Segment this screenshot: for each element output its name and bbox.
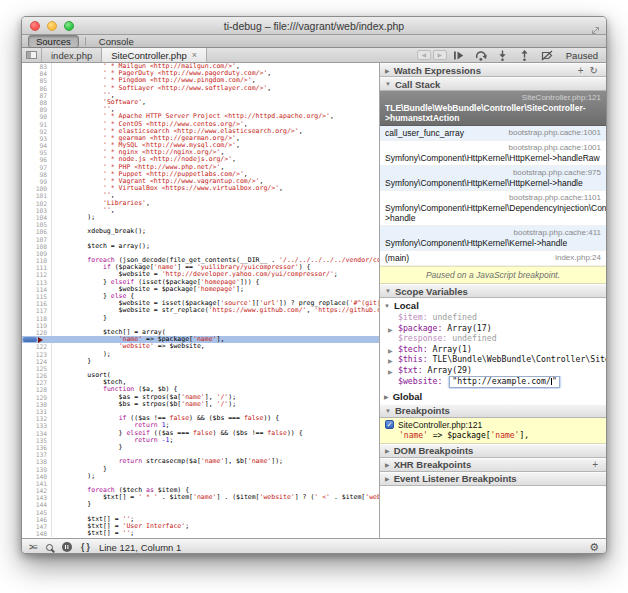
line-number[interactable]: 135 <box>22 437 52 444</box>
navigator-toggle-icon[interactable] <box>22 48 42 62</box>
line-number[interactable]: 125 <box>22 365 52 372</box>
section-event-listener-breakpoints[interactable]: ▶ Event Listener Breakpoints <box>380 472 606 486</box>
variable-row[interactable]: $item: undefined <box>380 313 606 324</box>
line-number[interactable]: 147 <box>22 523 52 530</box>
stack-frame[interactable]: SiteController.php:121TLE\Bundle\WebBund… <box>380 91 606 126</box>
step-out-button[interactable] <box>514 48 536 62</box>
line-number[interactable]: 146 <box>22 516 52 523</box>
expand-icon[interactable]: ▶ <box>388 356 393 366</box>
line-number[interactable]: 116 <box>22 300 52 307</box>
line-number[interactable]: 118 <box>22 315 52 322</box>
stack-frame[interactable]: bootstrap.php.cache:1101Symfony\Componen… <box>380 191 606 226</box>
stack-frame[interactable]: index.php:24(main) <box>380 251 606 266</box>
variable-row[interactable]: ▶$this: TLE\Bundle\WebBundle\Controller\… <box>380 355 606 366</box>
line-number[interactable]: 100 <box>22 185 52 192</box>
line-number[interactable]: 128 <box>22 386 52 393</box>
line-number[interactable]: 112 <box>22 271 52 278</box>
line-number[interactable]: 142 <box>22 487 52 494</box>
line-number[interactable]: 96 <box>22 156 52 163</box>
expand-icon[interactable]: ▶ <box>388 346 393 356</box>
line-number[interactable]: 144 <box>22 501 52 508</box>
file-tab-index-php[interactable]: index.php <box>42 48 102 62</box>
line-number[interactable]: 94 <box>22 142 52 149</box>
line-number[interactable]: 134 <box>22 430 52 437</box>
minimize-window-icon[interactable] <box>47 21 57 31</box>
line-number[interactable]: 113 <box>22 279 52 286</box>
line-number[interactable]: 130 <box>22 401 52 408</box>
line-number[interactable]: 129 <box>22 394 52 401</box>
line-number[interactable]: 136 <box>22 444 52 451</box>
zoom-window-icon[interactable] <box>64 21 74 31</box>
line-number[interactable]: 133 <box>22 422 52 429</box>
line-number[interactable]: 124 <box>22 358 52 365</box>
line-number[interactable]: 93 <box>22 135 52 142</box>
line-number[interactable]: 88 <box>22 99 52 106</box>
line-number[interactable]: 91 <box>22 121 52 128</box>
scope-local-header[interactable]: ▼ Local <box>380 298 606 313</box>
stack-frame[interactable]: bootstrap.php.cache:1001Symfony\Componen… <box>380 141 606 166</box>
close-window-icon[interactable] <box>30 21 40 31</box>
line-number[interactable]: 141 <box>22 480 52 487</box>
pause-on-exceptions-icon[interactable] <box>62 542 72 552</box>
line-number[interactable]: 106 <box>22 228 52 235</box>
resume-button[interactable] <box>448 48 470 62</box>
gear-icon[interactable]: ⚙ <box>589 542 599 553</box>
line-number[interactable]: 140 <box>22 473 52 480</box>
section-breakpoints[interactable]: ▼ Breakpoints <box>380 404 606 418</box>
forward-icon[interactable]: ▶ <box>433 50 447 60</box>
expand-icon[interactable]: ▶ <box>388 367 393 377</box>
code-editor[interactable]: 83 ' * Mailgun <http://mailgun.com/>',84… <box>22 63 380 538</box>
console-drawer-icon[interactable]: >≡ <box>29 542 37 552</box>
search-icon[interactable] <box>46 544 53 551</box>
line-number[interactable]: 119 <box>22 322 52 329</box>
line-number[interactable]: 120 <box>22 329 52 336</box>
tab-sources[interactable]: Sources <box>28 35 79 48</box>
line-number[interactable]: 138 <box>22 458 52 465</box>
line-number[interactable]: 92 <box>22 128 52 135</box>
line-number[interactable]: 101 <box>22 192 52 199</box>
line-number[interactable]: 86 <box>22 85 52 92</box>
variable-row[interactable]: $website: "http://example.com/" <box>380 376 606 389</box>
variable-row[interactable]: $response: undefined <box>380 334 606 345</box>
line-number[interactable]: 89 <box>22 106 52 113</box>
add-watch-icon[interactable]: + <box>575 65 587 76</box>
section-scope-variables[interactable]: ▼ Scope Variables <box>380 284 606 298</box>
line-number[interactable]: 139 <box>22 466 52 473</box>
stack-frame[interactable]: bootstrap.php.cache:1001call_user_func_a… <box>380 126 606 141</box>
line-number[interactable]: 95 <box>22 149 52 156</box>
line-number[interactable]: 123 <box>22 351 52 358</box>
line-number[interactable]: 115 <box>22 293 52 300</box>
close-tab-icon[interactable]: × <box>192 50 197 60</box>
section-watch-expressions[interactable]: ▶ Watch Expressions + ↻ <box>380 63 606 77</box>
line-number[interactable]: 104 <box>22 214 52 221</box>
variable-row[interactable]: ▶$txt: Array(29) <box>380 366 606 377</box>
pretty-print-icon[interactable]: { } <box>81 542 90 552</box>
section-dom-breakpoints[interactable]: ▶ DOM Breakpoints <box>380 444 606 458</box>
resize-icon[interactable] <box>591 21 600 39</box>
line-number[interactable]: 97 <box>22 164 52 171</box>
tab-console[interactable]: Console <box>92 36 141 47</box>
line-number[interactable]: 84 <box>22 70 52 77</box>
execution-pointer-gutter[interactable] <box>22 336 52 343</box>
variable-value-editor[interactable]: "http://example.com/" <box>449 376 560 388</box>
variable-row[interactable]: ▶$tech: Array(1) <box>380 345 606 356</box>
line-number[interactable]: 98 <box>22 171 52 178</box>
line-number[interactable]: 83 <box>22 63 52 70</box>
breakpoint-checkbox[interactable]: ✓ <box>385 420 394 429</box>
line-number[interactable]: 111 <box>22 264 52 271</box>
step-into-button[interactable] <box>492 48 514 62</box>
line-number[interactable]: 145 <box>22 509 52 516</box>
section-xhr-breakpoints[interactable]: ▶ XHR Breakpoints + <box>380 458 606 472</box>
line-number[interactable]: 143 <box>22 494 52 501</box>
line-number[interactable]: 110 <box>22 257 52 264</box>
line-number[interactable]: 126 <box>22 372 52 379</box>
back-icon[interactable]: ◀ <box>417 50 431 60</box>
line-number[interactable]: 137 <box>22 451 52 458</box>
stack-frame[interactable]: bootstrap.php.cache:411Symfony\Component… <box>380 226 606 251</box>
line-number[interactable]: 99 <box>22 178 52 185</box>
disable-breakpoints-button[interactable] <box>536 48 558 62</box>
line-number[interactable]: 122 <box>22 343 52 350</box>
scope-global-header[interactable]: ▶ Global <box>380 389 606 404</box>
line-number[interactable]: 148 <box>22 530 52 537</box>
variable-row[interactable]: ▶$package: Array(17) <box>380 324 606 335</box>
